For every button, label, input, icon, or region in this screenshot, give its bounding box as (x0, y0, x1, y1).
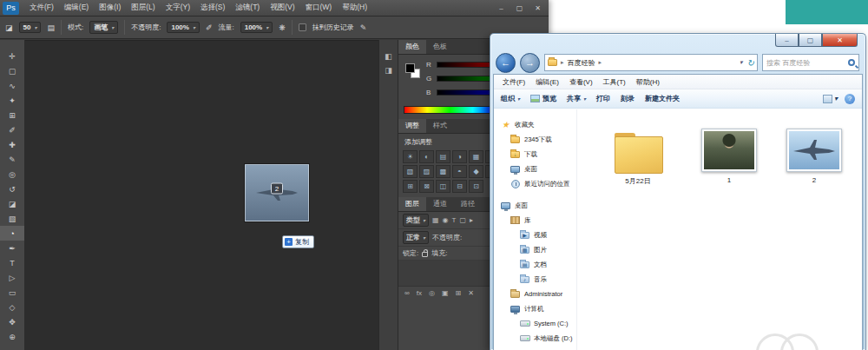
tool-lasso-icon[interactable]: ∿ (0, 78, 24, 93)
file-tile-folder[interactable]: 5月22日 (601, 122, 675, 186)
layer-filter-dropdown[interactable]: 类型 ▾ (403, 214, 429, 227)
help-button[interactable]: ? (845, 94, 855, 104)
nav-item-desktop[interactable]: 桌面 (494, 198, 576, 213)
organize-button[interactable]: 组织 ▾ (501, 94, 520, 103)
layer-style-icon[interactable]: fx (417, 289, 422, 297)
tool-marquee-icon[interactable]: ▢ (0, 63, 24, 78)
nav-item-favorites[interactable]: ★ 收藏夹 (494, 117, 576, 132)
adjustment-icon[interactable]: ◫ (436, 180, 450, 193)
mode-dropdown[interactable]: 画笔 ▾ (89, 21, 118, 34)
menu-edit[interactable]: 编辑(E) (59, 3, 94, 13)
menu-layer[interactable]: 图层(L) (126, 3, 160, 13)
tool-blur-icon-active[interactable]: ◔ (0, 226, 24, 241)
brush-panel-toggle-icon[interactable]: ▤ (47, 23, 55, 32)
tool-move-icon[interactable]: ✛ (0, 49, 24, 63)
tool-text-icon[interactable]: T (0, 255, 24, 270)
close-button[interactable]: ✕ (529, 2, 547, 14)
nav-item-2345-downloads[interactable]: 2345下载 (494, 132, 576, 147)
tool-brush-icon[interactable]: ✎ (0, 152, 24, 167)
link-layers-icon[interactable]: ∞ (404, 289, 410, 297)
brush-size-picker[interactable]: 50 ▾ (19, 22, 42, 33)
nav-item-documents[interactable]: ▤ 文档 (494, 257, 576, 272)
refresh-icon[interactable]: ↻ (747, 58, 754, 68)
filter-smartobject-icon[interactable]: ▸ (470, 216, 473, 224)
foreground-color-swatch[interactable] (405, 63, 415, 73)
tab-styles[interactable]: 样式 (426, 119, 454, 133)
minimize-button[interactable]: – (492, 2, 510, 14)
filter-adjustment-icon[interactable]: ◉ (443, 216, 449, 224)
filter-type-icon[interactable]: T (452, 216, 457, 224)
tool-eraser-icon[interactable]: ◪ (0, 196, 24, 211)
adjustment-levels-icon[interactable]: ◐ (419, 150, 434, 163)
file-tile-image-2[interactable]: 2 (777, 122, 852, 184)
flow-dropdown[interactable]: 100% ▾ (240, 22, 273, 33)
tab-swatches[interactable]: 色板 (426, 40, 454, 54)
adjustment-posterize-icon[interactable]: ◆ (469, 165, 483, 178)
tool-clone-icon[interactable]: ◎ (0, 167, 24, 182)
adjustment-invert-icon[interactable]: ◓ (452, 165, 467, 178)
tab-color[interactable]: 颜色 (398, 40, 426, 54)
tab-layers[interactable]: 图层 (398, 197, 426, 211)
menu-type[interactable]: 文字(Y) (161, 3, 195, 13)
tool-preset-icon[interactable]: ◪ (5, 23, 13, 32)
file-list-pane[interactable]: 5月22日 1 (577, 109, 862, 350)
new-layer-icon[interactable]: ⊞ (455, 289, 461, 297)
pen-pressure-icon[interactable]: ✐ (206, 23, 213, 32)
adjustment-curves-icon[interactable]: ▤ (436, 150, 450, 163)
tab-paths[interactable]: 路径 (454, 197, 482, 211)
menu-help[interactable]: 帮助(H) (337, 3, 372, 13)
tool-eyedropper-icon[interactable]: ✐ (0, 122, 24, 137)
drag-preview-thumbnail[interactable]: 2 (245, 164, 309, 221)
tool-history-brush-icon[interactable]: ↺ (0, 182, 24, 196)
new-folder-button[interactable]: 新建文件夹 (645, 94, 680, 103)
adjustment-vibrance-icon[interactable]: ▦ (469, 150, 483, 163)
filter-shape-icon[interactable]: ▢ (459, 216, 466, 224)
tool-hand-icon[interactable]: ✥ (0, 314, 24, 329)
adjustment-exposure-icon[interactable]: ◑ (452, 150, 467, 163)
search-input[interactable] (766, 59, 848, 67)
adjustment-photofilter-icon[interactable]: ▧ (403, 165, 418, 178)
brush-settings-icon[interactable]: ✎ (360, 23, 367, 32)
erase-history-checkbox[interactable] (299, 23, 306, 31)
minimize-button[interactable]: – (775, 34, 799, 47)
menu-view[interactable]: 查看(V) (564, 77, 598, 87)
dock-collapse-icon[interactable]: ◧ (379, 52, 398, 66)
tool-gradient-icon[interactable]: ▧ (0, 211, 24, 226)
preview-button[interactable]: 预览 (530, 94, 556, 103)
adjustment-lookup-icon[interactable]: ▩ (436, 165, 450, 178)
adjustment-icon[interactable]: ⊠ (419, 180, 434, 193)
menu-edit[interactable]: 编辑(E) (530, 77, 564, 87)
address-bar[interactable]: ▸ 百度经验 ▸ ▾ ↻ (544, 54, 758, 71)
photoshop-canvas[interactable]: 2 + 复制 (25, 40, 378, 350)
nav-item-desktop-favorite[interactable]: 桌面 (494, 162, 576, 176)
menu-view[interactable]: 视图(V) (265, 3, 299, 13)
menu-select[interactable]: 选择(S) (195, 3, 230, 13)
lock-icon[interactable] (422, 252, 428, 257)
change-view-button[interactable]: ▾ (823, 95, 838, 103)
nav-item-system-c[interactable]: System (C:) (494, 316, 576, 331)
tool-shape-icon[interactable]: ▭ (0, 285, 24, 300)
back-button[interactable]: ← (496, 53, 516, 73)
address-history-caret-icon[interactable]: ▾ (740, 59, 743, 66)
nav-item-pictures[interactable]: ▩ 图片 (494, 242, 576, 257)
print-button[interactable]: 打印 (596, 94, 610, 103)
tab-adjustments[interactable]: 调整 (398, 119, 426, 133)
blend-mode-dropdown[interactable]: 正常 ▾ (403, 231, 429, 244)
tab-channels[interactable]: 通道 (426, 197, 454, 211)
dock-expand-icon[interactable]: ◨ (379, 66, 398, 80)
nav-item-local-disk-d[interactable]: 本地磁盘 (D:) (494, 331, 576, 346)
filter-pixel-icon[interactable]: ▦ (432, 216, 439, 224)
adjustment-icon[interactable]: ⊡ (469, 180, 483, 193)
menu-window[interactable]: 窗口(W) (300, 3, 338, 13)
nav-item-recent-places[interactable]: 最近访问的位置 (494, 176, 576, 191)
menu-filter[interactable]: 滤镜(T) (230, 3, 265, 13)
menu-tools[interactable]: 工具(T) (598, 77, 631, 87)
file-tile-image-1[interactable]: 1 (692, 122, 766, 184)
tool-path-select-icon[interactable]: ▷ (0, 270, 24, 285)
tool-pen-icon[interactable]: ✒ (0, 241, 24, 255)
search-icon[interactable] (848, 59, 855, 66)
adjustment-icon[interactable]: ⊟ (452, 180, 467, 193)
nav-item-administrator[interactable]: Administrator (494, 287, 576, 301)
nav-item-music[interactable]: ♪ 音乐 (494, 272, 576, 287)
adjustment-brightness-icon[interactable]: ☀ (403, 150, 418, 163)
